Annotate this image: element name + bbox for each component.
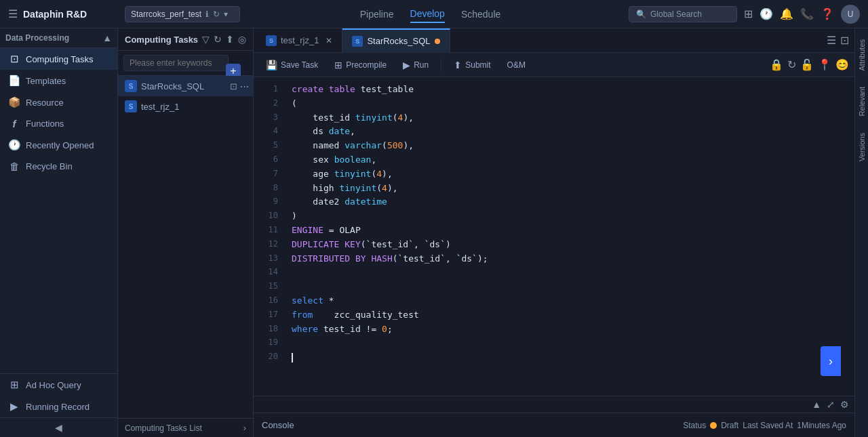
main-layout: Data Processing ▲ ⊡ Computing Tasks 📄 Te…	[0, 28, 868, 437]
line-number: 3	[254, 111, 278, 125]
sidebar-item-running-record[interactable]: ▶ Running Record	[0, 396, 117, 417]
bell-icon[interactable]: 🔔	[780, 7, 793, 20]
file-panel-header: Computing Tasks ▽ ↻ ⬆ ◎	[118, 28, 253, 51]
avatar[interactable]: U	[841, 5, 860, 24]
fab-button[interactable]: ›	[821, 346, 841, 376]
file-panel: Computing Tasks ▽ ↻ ⬆ ◎ + S StarRocks_SQ…	[118, 28, 254, 437]
sidebar-item-functions[interactable]: f Functions	[0, 113, 117, 134]
line-number: 8	[254, 182, 278, 196]
run-button[interactable]: ▶ Run	[396, 57, 435, 73]
tab-versions[interactable]: Versions	[856, 127, 867, 167]
location-pin-icon[interactable]: 📍	[818, 58, 831, 71]
phone-icon[interactable]: 📞	[800, 7, 814, 20]
import-icon[interactable]: ⬆	[226, 34, 234, 45]
code-line-6: sex boolean,	[292, 153, 854, 167]
file-item-starrocks-sql[interactable]: S StarRocks_SQL ⊡ ⋯	[118, 76, 253, 96]
unlock-icon[interactable]: 🔓	[800, 58, 814, 71]
project-selector[interactable]: Starrcoks_perf_test ℹ ↻ ▾	[125, 6, 240, 22]
grid-icon[interactable]: ⊞	[744, 7, 753, 20]
more-icon[interactable]: ⋯	[240, 81, 249, 91]
locate-icon[interactable]: ◎	[238, 34, 246, 45]
refresh-icon[interactable]: ↻	[213, 9, 220, 19]
line-number: 9	[254, 195, 278, 209]
line-number: 5	[254, 139, 278, 153]
computing-tasks-icon: ⊡	[8, 53, 20, 65]
refresh-files-icon[interactable]: ↻	[214, 34, 222, 45]
line-number: 15	[254, 280, 278, 294]
bottom-bar: Console Status Draft Last Saved At 1Minu…	[254, 413, 854, 437]
brand-logo: Dataphin R&D	[23, 9, 87, 20]
topbar: ☰ Dataphin R&D Starrcoks_perf_test ℹ ↻ ▾…	[0, 0, 868, 28]
save-task-button[interactable]: 💾 Save Task	[259, 57, 325, 73]
tab-test-rjz-1[interactable]: S test_rjz_1 ✕	[256, 28, 342, 53]
collapse-sidebar-icon[interactable]: ▲	[102, 33, 112, 43]
topbar-right: 🔍 Global Search ⊞ 🕐 🔔 📞 ❓ U	[620, 5, 868, 24]
toggle-sidebar-button[interactable]: ◀	[0, 417, 117, 437]
sidebar-item-recycle-bin[interactable]: 🗑 Recycle Bin	[0, 156, 117, 177]
settings-icon[interactable]: ⚙	[840, 399, 849, 410]
search-placeholder: Global Search	[650, 9, 702, 19]
emoji-icon[interactable]: 😊	[835, 58, 849, 71]
tab-label: StarRocks_SQL	[367, 36, 430, 46]
nav-schedule[interactable]: Schedule	[461, 6, 500, 22]
sidebar-item-templates[interactable]: 📄 Templates	[0, 70, 117, 91]
tab-relevant[interactable]: Relevant	[856, 81, 867, 121]
om-button[interactable]: O&M	[500, 58, 532, 72]
copy-icon[interactable]: ⊡	[230, 81, 237, 91]
nav-develop[interactable]: Develop	[410, 5, 445, 23]
line-number: 4	[254, 125, 278, 139]
tab-expand-icon[interactable]: ⊡	[840, 34, 849, 47]
last-saved-time: 1Minutes Ago	[797, 421, 846, 430]
tab-menu-icon[interactable]: ☰	[827, 34, 836, 47]
tab-attributes[interactable]: Attributes	[856, 34, 867, 76]
line-numbers: 1 2 3 4 5 6 7 8 9 10 11 12 13 14 15 16 1…	[254, 77, 283, 396]
sidebar-item-label: Functions	[26, 119, 64, 129]
functions-icon: f	[8, 118, 20, 129]
line-number: 10	[254, 209, 278, 224]
editor-bottom-toolbar: ▲ ⤢ ⚙	[254, 396, 854, 413]
clock-icon[interactable]: 🕐	[760, 7, 773, 20]
sidebar-item-computing-tasks[interactable]: ⊡ Computing Tasks	[0, 48, 117, 70]
refresh-icon[interactable]: ↻	[787, 58, 796, 71]
global-search-box[interactable]: 🔍 Global Search	[629, 6, 737, 22]
recently-opened-icon: 🕐	[8, 139, 20, 151]
resource-icon: 📦	[8, 96, 20, 108]
console-label[interactable]: Console	[262, 420, 294, 430]
sidebar-item-resource[interactable]: 📦 Resource	[0, 91, 117, 113]
running-record-icon: ▶	[8, 400, 20, 413]
filter-icon[interactable]: ▽	[202, 34, 210, 45]
help-icon[interactable]: ❓	[821, 7, 834, 20]
code-line-1: create table test_table	[292, 83, 854, 97]
om-label: O&M	[507, 60, 526, 70]
info-icon[interactable]: ℹ	[205, 9, 209, 19]
collapse-icon: ◀	[55, 422, 62, 433]
code-line-13: DISTRIBUTED BY HASH(`test_id`, `ds`);	[292, 252, 854, 266]
scroll-top-icon[interactable]: ▲	[812, 399, 821, 410]
sidebar-bottom: ⊞ Ad Hoc Query ▶ Running Record	[0, 373, 117, 417]
code-editor[interactable]: 1 2 3 4 5 6 7 8 9 10 11 12 13 14 15 16 1…	[254, 77, 854, 396]
menu-icon[interactable]: ☰	[8, 7, 18, 20]
run-label: Run	[414, 60, 429, 70]
file-item-test-rjz-1[interactable]: S test_rjz_1	[118, 96, 253, 117]
file-icon: S	[125, 100, 137, 112]
code-content[interactable]: create table test_table ( test_id tinyin…	[283, 77, 854, 396]
code-line-3: test_id tinyint(4),	[292, 111, 854, 125]
tab-starrocks-sql[interactable]: S StarRocks_SQL	[342, 28, 450, 53]
tab-close-button[interactable]: ✕	[326, 36, 332, 45]
precompile-button[interactable]: ⊞ Precompile	[328, 57, 393, 73]
run-icon: ▶	[403, 60, 410, 70]
file-panel-footer[interactable]: Computing Tasks List ›	[118, 418, 253, 437]
code-line-9: date2 datetime	[292, 195, 854, 209]
lock-icon[interactable]: 🔒	[770, 58, 783, 71]
submit-button[interactable]: ⬆ Submit	[447, 57, 497, 73]
sidebar-item-ad-hoc-query[interactable]: ⊞ Ad Hoc Query	[0, 374, 117, 396]
code-line-17: from zcc_quality_test	[292, 308, 854, 322]
expand-icon[interactable]: ⤢	[827, 399, 835, 410]
sidebar-item-recently-opened[interactable]: 🕐 Recently Opened	[0, 134, 117, 156]
chevron-down-icon[interactable]: ▾	[224, 9, 228, 19]
line-number: 19	[254, 336, 278, 350]
file-search-input[interactable]	[123, 55, 229, 71]
file-item-actions: ⊡ ⋯	[230, 81, 249, 91]
nav-pipeline[interactable]: Pipeline	[360, 6, 394, 22]
file-name: StarRocks_SQL	[141, 81, 204, 91]
